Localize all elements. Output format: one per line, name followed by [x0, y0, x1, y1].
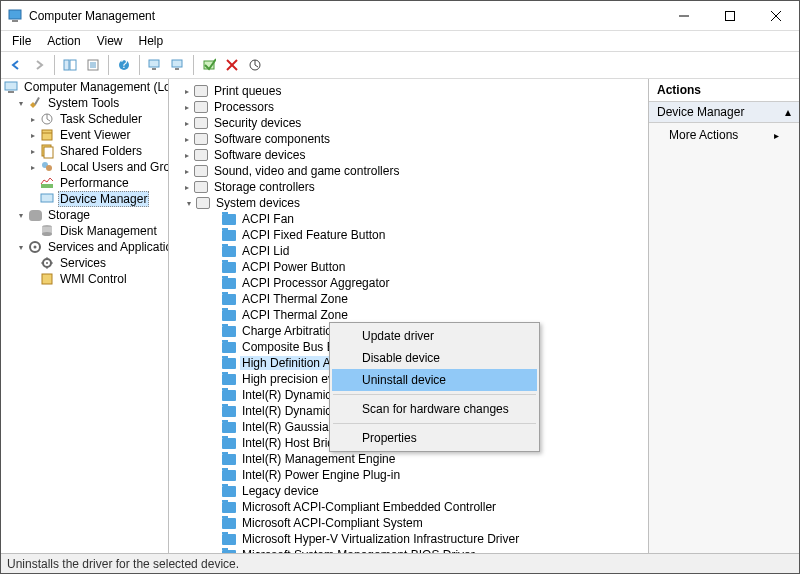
device-item[interactable]: ACPI Fan	[181, 211, 648, 227]
device-item[interactable]: ACPI Lid	[181, 243, 648, 259]
chevron-right-icon[interactable]	[27, 225, 39, 237]
tree-item[interactable]: ▸Shared Folders	[13, 143, 168, 159]
chevron-down-icon[interactable]: ▾	[183, 197, 195, 209]
device-category[interactable]: ▸Sound, video and game controllers	[169, 163, 648, 179]
enable-button[interactable]	[198, 54, 220, 76]
device-item[interactable]: Legacy device	[181, 483, 648, 499]
context-properties[interactable]: Properties	[332, 427, 537, 449]
device-category[interactable]: ▸Processors	[169, 99, 648, 115]
context-item[interactable]: Disable device	[332, 347, 537, 369]
scan-button[interactable]	[244, 54, 266, 76]
device-item[interactable]: Intel(R) Power Engine Plug-in	[181, 467, 648, 483]
tree-system-tools[interactable]: ▾ System Tools	[13, 95, 168, 111]
show-hide-tree-button[interactable]	[59, 54, 81, 76]
tree-services-apps[interactable]: ▾ Services and Applications	[13, 239, 168, 255]
tree-item[interactable]: Performance	[13, 175, 168, 191]
svg-rect-7	[70, 60, 76, 70]
svg-rect-17	[175, 68, 179, 70]
tree-item[interactable]: ▸Local Users and Groups	[13, 159, 168, 175]
context-menu[interactable]: Update driverDisable deviceUninstall dev…	[329, 322, 540, 452]
device-tree-pane[interactable]: ▸Print queues▸Processors▸Security device…	[169, 79, 649, 553]
forward-button[interactable]	[28, 54, 50, 76]
device-item[interactable]: Microsoft ACPI-Compliant System	[181, 515, 648, 531]
chevron-down-icon[interactable]: ▾	[15, 241, 27, 253]
tree-item[interactable]: ▸Task Scheduler	[13, 111, 168, 127]
device-category[interactable]: ▸Storage controllers	[169, 179, 648, 195]
chevron-right-icon[interactable]	[27, 177, 39, 189]
tree-item[interactable]: ▸Event Viewer	[13, 127, 168, 143]
actions-more[interactable]: More Actions ▸	[649, 123, 799, 147]
close-button[interactable]	[753, 1, 799, 31]
chevron-right-icon[interactable]: ▸	[27, 129, 39, 141]
device-item[interactable]: ACPI Thermal Zone	[181, 291, 648, 307]
menu-view[interactable]: View	[90, 32, 130, 50]
help-button[interactable]: ?	[113, 54, 135, 76]
toolbar: ?	[1, 51, 799, 79]
device-item[interactable]: Microsoft ACPI-Compliant Embedded Contro…	[181, 499, 648, 515]
device-label: ACPI Power Button	[240, 260, 347, 274]
delete-button[interactable]	[221, 54, 243, 76]
maximize-button[interactable]	[707, 1, 753, 31]
chevron-right-icon[interactable]: ▸	[181, 149, 193, 161]
context-scan[interactable]: Scan for hardware changes	[332, 398, 537, 420]
device-item[interactable]: ACPI Processor Aggregator	[181, 275, 648, 291]
chevron-right-icon[interactable]: ▸	[27, 145, 39, 157]
item-icon	[39, 191, 55, 207]
svg-rect-16	[172, 60, 182, 67]
collapse-icon[interactable]: ▴	[785, 105, 791, 119]
back-button[interactable]	[5, 54, 27, 76]
tree-item[interactable]: Services	[13, 255, 168, 271]
device-item[interactable]: Intel(R) Management Engine	[181, 451, 648, 467]
svg-rect-14	[149, 60, 159, 67]
chevron-right-icon[interactable]: ▸	[181, 133, 193, 145]
tree-item[interactable]: WMI Control	[13, 271, 168, 287]
svg-rect-6	[64, 60, 69, 70]
chevron-right-icon: ▸	[774, 130, 779, 141]
chevron-right-icon[interactable]: ▸	[27, 161, 39, 173]
menubar: File Action View Help	[1, 31, 799, 51]
chevron-right-icon[interactable]	[27, 273, 39, 285]
folder-icon	[221, 339, 237, 355]
chevron-right-icon[interactable]: ▸	[181, 101, 193, 113]
device-item[interactable]: Microsoft Hyper-V Virtualization Infrast…	[181, 531, 648, 547]
tree-item[interactable]: Device Manager	[13, 191, 168, 207]
device-item[interactable]: ACPI Power Button	[181, 259, 648, 275]
menu-help[interactable]: Help	[132, 32, 171, 50]
tree-item-label: Disk Management	[58, 224, 159, 238]
chevron-right-icon[interactable]: ▸	[27, 113, 39, 125]
item-icon	[39, 111, 55, 127]
chevron-right-icon[interactable]	[27, 193, 39, 205]
device-item[interactable]: ACPI Thermal Zone	[181, 307, 648, 323]
tree-root[interactable]: Computer Management (Local)	[1, 79, 168, 95]
context-item[interactable]: Uninstall device	[332, 369, 537, 391]
svg-rect-32	[41, 184, 53, 188]
chevron-down-icon[interactable]: ▾	[15, 209, 27, 221]
chevron-right-icon[interactable]	[27, 257, 39, 269]
actions-section[interactable]: Device Manager ▴	[649, 102, 799, 123]
navigation-tree-pane[interactable]: Computer Management (Local) ▾ System Too…	[1, 79, 169, 553]
monitor2-button[interactable]	[167, 54, 189, 76]
device-item[interactable]: Microsoft System Management BIOS Driver	[181, 547, 648, 553]
device-label: ACPI Thermal Zone	[240, 308, 350, 322]
chevron-right-icon[interactable]: ▸	[181, 165, 193, 177]
menu-file[interactable]: File	[5, 32, 38, 50]
tree-storage[interactable]: ▾ Storage	[13, 207, 168, 223]
chevron-right-icon[interactable]: ▸	[181, 117, 193, 129]
monitor1-button[interactable]	[144, 54, 166, 76]
tree-item[interactable]: Disk Management	[13, 223, 168, 239]
chevron-down-icon[interactable]: ▾	[15, 97, 27, 109]
chevron-right-icon[interactable]: ▸	[181, 85, 193, 97]
context-item[interactable]: Update driver	[332, 325, 537, 347]
menu-action[interactable]: Action	[40, 32, 87, 50]
properties-button[interactable]	[82, 54, 104, 76]
device-label: ACPI Processor Aggregator	[240, 276, 391, 290]
device-category[interactable]: ▸Software components	[169, 131, 648, 147]
device-category-system-devices[interactable]: ▾ System devices	[181, 195, 648, 211]
folder-icon	[221, 499, 237, 515]
device-item[interactable]: ACPI Fixed Feature Button	[181, 227, 648, 243]
device-category[interactable]: ▸Security devices	[169, 115, 648, 131]
minimize-button[interactable]	[661, 1, 707, 31]
chevron-right-icon[interactable]: ▸	[181, 181, 193, 193]
device-category[interactable]: ▸Software devices	[169, 147, 648, 163]
device-category[interactable]: ▸Print queues	[169, 83, 648, 99]
